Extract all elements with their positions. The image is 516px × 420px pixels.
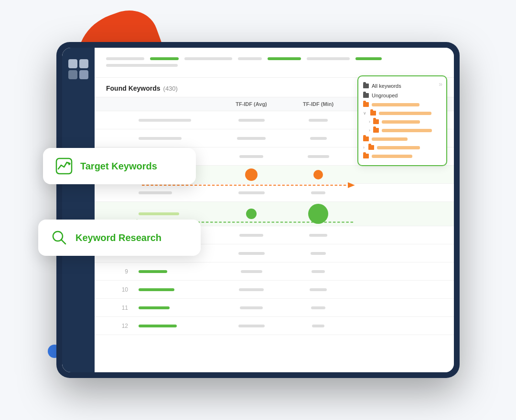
kw-item-label: All keywords: [372, 83, 401, 89]
folder-icon-orange: [363, 136, 369, 141]
row-cell-extra: [352, 212, 442, 216]
row-cell-extra: [352, 306, 442, 310]
kw-bar: [382, 120, 420, 124]
cell-skeleton: [311, 306, 325, 309]
skeleton-bar: [106, 57, 144, 60]
row-cell-extra: [352, 270, 442, 273]
row-bar-green: [139, 325, 177, 327]
keyword-research-card[interactable]: Keyword Research: [38, 220, 201, 256]
cell-skeleton: [239, 288, 264, 291]
row-bar-green-light: [139, 212, 179, 215]
cell-skeleton: [311, 252, 326, 255]
kw-item-3[interactable]: [358, 135, 446, 143]
cell-skeleton: [240, 306, 263, 309]
kw-item-2-expandable[interactable]: ∨: [358, 109, 446, 117]
orange-dot-small: [313, 170, 323, 179]
top-bar-row-1: [106, 57, 442, 60]
row-cell-avg: [218, 268, 285, 275]
cell-skeleton: [238, 325, 265, 327]
skeleton-bar: [106, 64, 178, 67]
row-cell-avg-dot: [218, 167, 285, 183]
logo-cell-2: [79, 59, 88, 68]
cell-skeleton: [309, 234, 327, 237]
table-row: [95, 184, 454, 202]
kw-item-5[interactable]: [358, 152, 446, 160]
folder-icon-dark: [363, 93, 369, 98]
row-bar-cell: [135, 191, 218, 194]
kw-bar: [372, 155, 412, 158]
row-cell-extra: [352, 173, 442, 177]
folder-icon-orange: [368, 145, 374, 150]
row-bar-cell: [135, 325, 218, 327]
top-bar: [95, 48, 454, 78]
row-cell-avg: [218, 232, 285, 239]
folder-icon-orange: [370, 111, 376, 116]
skeleton-bar: [184, 57, 232, 60]
target-keywords-icon: [54, 157, 74, 176]
row-cell-min: [285, 323, 352, 329]
row-bar-green: [139, 270, 167, 273]
green-dot-large: [308, 204, 328, 224]
screen-inner: Found Keywords (430) TF-IDF (Avg) TF-IDF…: [62, 48, 454, 372]
row-cell-avg: [218, 189, 285, 196]
row-cell-avg: [218, 286, 285, 293]
expand-icon[interactable]: ›: [369, 128, 370, 133]
kw-item-child-1[interactable]: ›: [358, 117, 446, 126]
col-header-tfidf-min: TF-IDF (Min): [285, 97, 352, 111]
kw-item-child-2[interactable]: ›: [358, 126, 446, 135]
kw-bar: [372, 137, 408, 141]
green-dot-medium: [246, 209, 257, 219]
skeleton-bar-green: [268, 57, 301, 60]
expand-chevron[interactable]: ›: [363, 145, 365, 150]
row-cell-avg: [218, 153, 285, 160]
kw-item-1[interactable]: [358, 100, 446, 109]
row-cell-extra: [352, 252, 442, 255]
svg-line-5: [61, 240, 65, 244]
row-bar-cell: [135, 119, 218, 122]
row-cell-min: [285, 135, 352, 142]
cell-skeleton: [312, 270, 325, 273]
kw-bar: [377, 146, 420, 149]
found-keywords-count: (430): [163, 85, 178, 92]
top-bar-row-2: [106, 64, 442, 67]
expand-icon[interactable]: ›: [369, 119, 370, 124]
folder-icon-orange: [373, 119, 379, 124]
row-cell-extra: [352, 191, 442, 195]
row-bar-cell: [135, 306, 218, 309]
skeleton-bar: [307, 57, 350, 60]
row-bar: [139, 191, 172, 194]
cell-skeleton: [310, 288, 327, 291]
app-logo[interactable]: [68, 59, 88, 79]
row-number: 11: [106, 304, 135, 311]
main-screen: Found Keywords (430) TF-IDF (Avg) TF-IDF…: [62, 48, 454, 372]
row-bar-cell: [135, 288, 218, 291]
table-row: 10: [95, 281, 454, 299]
row-cell-min: [285, 189, 352, 196]
kw-bar: [382, 129, 432, 132]
cell-skeleton: [238, 119, 265, 122]
kw-item-ungrouped[interactable]: Ungrouped: [358, 91, 446, 100]
skeleton-bar-green: [355, 57, 382, 60]
expand-chevron[interactable]: ∨: [363, 111, 366, 116]
row-cell-min: [285, 153, 352, 160]
keywords-panel[interactable]: » All keywords Ungrouped ∨: [357, 75, 447, 166]
col-header-num: [106, 97, 135, 111]
row-cell-extra: [352, 233, 442, 237]
orange-dot-large: [245, 168, 258, 181]
row-cell-avg: [218, 304, 285, 311]
folder-icon-orange: [363, 154, 369, 158]
target-keywords-card[interactable]: Target Keywords: [43, 148, 196, 184]
cell-skeleton: [238, 252, 265, 255]
cell-skeleton: [241, 270, 262, 273]
kw-item-4-expandable[interactable]: ›: [358, 143, 446, 152]
logo-cell-3: [68, 70, 77, 79]
folder-icon-dark: [363, 84, 369, 88]
panel-nav-arrow[interactable]: »: [439, 80, 442, 88]
folder-icon-orange: [363, 102, 369, 107]
row-cell-avg: [218, 117, 285, 124]
folder-icon-orange: [373, 128, 379, 133]
cell-skeleton: [238, 191, 265, 194]
row-cell-min: [285, 304, 352, 311]
skeleton-bar: [238, 57, 262, 60]
kw-item-all[interactable]: All keywords: [358, 81, 446, 91]
